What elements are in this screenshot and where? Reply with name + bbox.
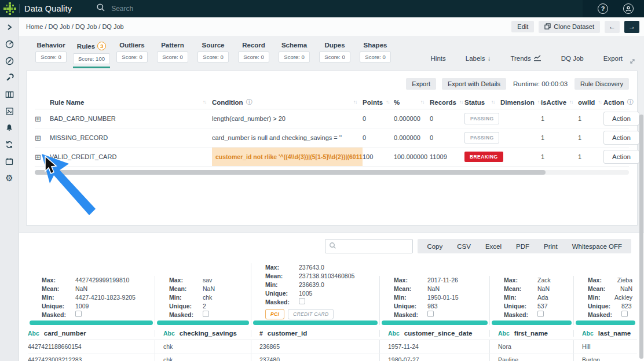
action-button[interactable]: Action [603, 112, 639, 126]
excel-button[interactable]: Excel [485, 243, 502, 250]
print-button[interactable]: Print [544, 243, 558, 250]
vertical-scrollbar-thumb[interactable] [639, 115, 643, 359]
rule-discovery-button[interactable]: Rule Discovery [575, 78, 629, 90]
export-button[interactable]: Export [406, 78, 436, 90]
horizontal-scrollbar-thumb[interactable] [35, 170, 546, 175]
tab-record[interactable]: Record Score: 0 [233, 42, 274, 68]
forward-button[interactable]: → [624, 21, 639, 33]
fullscreen-expand-icon[interactable] [629, 57, 636, 67]
action-button[interactable]: Action [603, 131, 639, 145]
settings-gear-icon[interactable]: ⚙ [4, 173, 14, 183]
tools-wrench-icon[interactable] [4, 72, 14, 83]
cell: 1957-11-24 [379, 340, 489, 353]
trends-link[interactable]: Trends [510, 54, 541, 62]
info-icon[interactable]: ⓘ [627, 98, 634, 106]
labels-link[interactable]: Labels↓ [466, 55, 491, 62]
back-button[interactable]: ← [605, 21, 620, 33]
tab-dupes[interactable]: Dupes Score: 0 [314, 42, 355, 68]
tab-shapes[interactable]: Shapes Score: 0 [355, 42, 396, 68]
clone-dataset-label: Clone Dataset [554, 23, 594, 30]
col-checking-savings[interactable]: Abcchecking_savings [155, 330, 251, 337]
sort-icon[interactable]: ↑↓ [353, 100, 357, 105]
dq-job-link[interactable]: DQ Job [561, 55, 584, 62]
sort-icon[interactable]: ↑↓ [598, 100, 601, 105]
export-link[interactable]: Export [603, 55, 623, 62]
sort-icon[interactable]: ↑↓ [537, 100, 541, 105]
col-first-name[interactable]: Abcfirst_name [489, 330, 573, 337]
masked-checkbox[interactable] [75, 311, 82, 317]
expand-row-icon[interactable]: ⊞ [35, 134, 50, 142]
sidebar-expand-icon[interactable] [4, 22, 14, 32]
rule-name: BAD_CARD_NUMBER [50, 115, 212, 122]
masked-checkbox[interactable] [427, 311, 434, 317]
tab-outliers[interactable]: Outliers Score: 0 [112, 42, 152, 68]
reports-image-icon[interactable] [4, 106, 14, 116]
jobs-sync-icon[interactable] [4, 139, 14, 150]
col-owlid[interactable]: owlId↑↓ [578, 99, 603, 106]
alerts-bell-icon[interactable] [4, 123, 14, 133]
col-records[interactable]: Records↑↓ [430, 99, 464, 106]
whitespace-toggle[interactable]: Whitespace OFF [572, 243, 622, 250]
col-customer-since-date[interactable]: Abccustomer_since_date [379, 330, 489, 337]
tab-source[interactable]: Source Score: 0 [193, 42, 233, 68]
sort-icon[interactable]: ↑↓ [420, 100, 424, 105]
col-status[interactable]: Status↑↓ [464, 99, 500, 106]
sort-icon[interactable]: ↑↓ [203, 100, 206, 105]
pci-tag[interactable]: PCI [265, 309, 284, 319]
col-condition[interactable]: Conditionⓘ↑↓ [212, 98, 363, 106]
col-points[interactable]: Points↑↓ [363, 99, 394, 106]
col-customer-id[interactable]: #customer_id [251, 330, 379, 337]
stats-card-number: Max:4427429999199810 Mean:NaN Min:4427-4… [28, 276, 155, 322]
tab-schema[interactable]: Schema Score: 0 [274, 42, 314, 68]
tab-rules[interactable]: Rules3 Score: 100 [71, 42, 112, 68]
masked-checkbox[interactable] [203, 311, 209, 317]
col-percent[interactable]: %↑↓ [394, 99, 430, 106]
col-card-number[interactable]: Abccard_number [28, 330, 155, 337]
cell: 1980-07-27 [379, 353, 489, 361]
explorer-compass-icon[interactable] [4, 56, 14, 66]
horizontal-scrollbar[interactable] [35, 170, 629, 175]
export-with-details-button[interactable]: Export with Details [442, 78, 506, 90]
clone-dataset-button[interactable]: Clone Dataset [539, 21, 600, 33]
masked-checkbox[interactable] [537, 311, 544, 317]
col-isactive[interactable]: isActive↑↓ [541, 99, 578, 106]
masked-checkbox[interactable] [299, 298, 305, 304]
sort-icon[interactable]: ↑↓ [491, 100, 495, 105]
rule-isactive: 1 [541, 115, 578, 122]
action-button[interactable]: Action [603, 150, 639, 164]
schedule-calendar-icon[interactable] [4, 156, 14, 167]
col-last-name[interactable]: Abclast_name [573, 330, 637, 337]
help-icon[interactable]: ? [598, 3, 608, 14]
chevron-down-icon: ↓ [488, 55, 491, 62]
masked-checkbox[interactable] [621, 311, 628, 317]
table-search[interactable] [325, 239, 413, 253]
expand-row-icon[interactable]: ⊞ [35, 115, 50, 123]
info-icon[interactable]: ⓘ [246, 98, 253, 106]
collibra-logo-icon[interactable] [0, 0, 19, 17]
pdf-button[interactable]: PDF [516, 243, 529, 250]
user-icon[interactable] [623, 3, 634, 14]
col-rule-name[interactable]: Rule Name↑↓ [50, 99, 212, 106]
csv-button[interactable]: CSV [457, 243, 471, 250]
dashboard-gauge-icon[interactable] [4, 39, 14, 49]
credit-card-tag[interactable]: CREDIT CARD [288, 309, 334, 319]
data-row: 4427421188660154 chk 236865 1957-11-24 N… [28, 340, 637, 353]
tab-pattern[interactable]: Pattern Score: 0 [152, 42, 193, 68]
hints-link[interactable]: Hints [431, 55, 446, 62]
global-search[interactable] [96, 3, 583, 14]
edit-button[interactable]: Edit [511, 21, 534, 32]
global-search-input[interactable] [111, 5, 285, 13]
expand-row-icon[interactable]: ⊞ [35, 153, 50, 161]
cell: Burton [573, 353, 637, 361]
breadcrumb[interactable]: Home / DQ Job / DQ Job / DQ Job [26, 23, 511, 30]
sort-icon[interactable]: ↑↓ [459, 100, 463, 105]
col-dimension[interactable]: Dimension↑↓ [500, 99, 541, 106]
sort-icon[interactable]: ↑↓ [569, 100, 573, 105]
header-divider [19, 4, 20, 13]
col-action[interactable]: Actionⓘ [603, 98, 639, 106]
copy-button[interactable]: Copy [427, 243, 442, 250]
table-search-input[interactable] [339, 243, 409, 250]
tab-behavior[interactable]: Behavior Score: 0 [31, 42, 71, 68]
sort-icon[interactable]: ↑↓ [386, 100, 389, 105]
catalog-columns-icon[interactable] [4, 89, 14, 100]
